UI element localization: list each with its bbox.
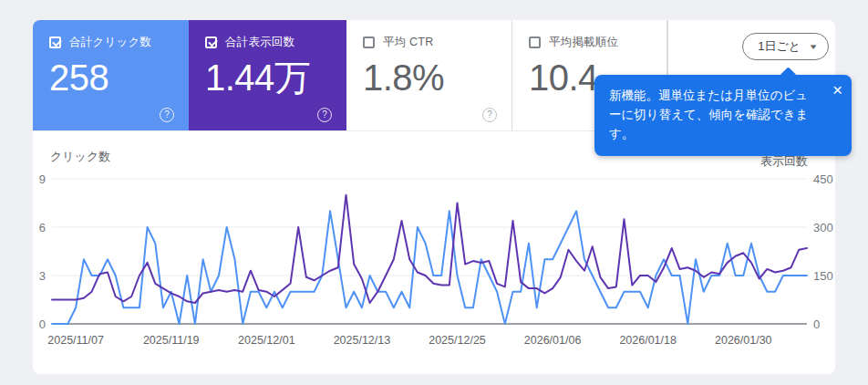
performance-panel: 合計クリック数 258 ? 合計表示回数 1.44万 ? 平均 CTR 1.8%…: [33, 20, 835, 374]
card-value: 1.8%: [346, 50, 512, 96]
impressions-line: [52, 195, 807, 303]
x-axis-date-label: 2025/11/19: [143, 334, 200, 347]
card-total-impressions[interactable]: 合計表示回数 1.44万 ?: [189, 20, 346, 130]
granularity-dropdown[interactable]: 1日ごと ▼: [742, 33, 829, 60]
new-feature-tooltip: 新機能。週単位または月単位のビューに切り替えて、傾向を確認できます。 ×: [594, 75, 852, 156]
card-value: 1.44万: [189, 50, 346, 96]
tooltip-text: 新機能。週単位または月単位のビューに切り替えて、傾向を確認できます。: [609, 88, 809, 140]
chevron-down-icon: ▼: [808, 43, 818, 51]
x-axis-date-label: 2026/01/06: [524, 334, 582, 347]
checkbox-checked-icon[interactable]: [49, 36, 61, 48]
card-label: 平均掲載順位: [549, 35, 618, 50]
right-axis-tick-label: 150: [813, 269, 833, 283]
x-axis-date-label: 2025/12/01: [238, 334, 295, 347]
help-icon[interactable]: ?: [482, 108, 497, 122]
x-axis-date-label: 2026/01/30: [715, 334, 772, 347]
right-axis-tick-label: 300: [813, 221, 833, 234]
x-axis-date-label: 2025/11/07: [47, 334, 104, 347]
checkbox-checked-icon[interactable]: [205, 36, 217, 48]
x-axis-date-label: 2025/12/25: [429, 334, 486, 347]
card-value: 258: [33, 50, 189, 96]
right-axis-tick-label: 0: [813, 317, 820, 331]
granularity-dropdown-value: 1日ごと: [758, 38, 801, 55]
left-axis-tick-label: 0: [39, 317, 46, 331]
left-axis-tick-label: 3: [39, 269, 46, 283]
card-label: 平均 CTR: [383, 35, 433, 50]
help-icon[interactable]: ?: [160, 108, 174, 122]
checkbox-unchecked-icon[interactable]: [363, 36, 375, 48]
left-axis-tick-label: 9: [39, 172, 46, 186]
close-icon[interactable]: ×: [832, 81, 842, 99]
card-average-ctr[interactable]: 平均 CTR 1.8% ?: [346, 20, 512, 130]
right-axis-tick-label: 450: [813, 172, 833, 186]
help-icon[interactable]: ?: [317, 108, 332, 122]
checkbox-unchecked-icon[interactable]: [529, 36, 541, 48]
x-axis-date-label: 2026/01/18: [619, 334, 677, 347]
card-label: 合計表示回数: [225, 35, 294, 50]
card-total-clicks[interactable]: 合計クリック数 258 ?: [33, 20, 189, 130]
card-label: 合計クリック数: [69, 35, 151, 50]
clicks-line: [52, 211, 807, 324]
left-axis-tick-label: 6: [39, 221, 46, 234]
x-axis-date-label: 2025/12/13: [334, 334, 391, 347]
search-console-performance-page: { "cards": [ {"label": "合計クリック数", "value…: [0, 0, 868, 385]
performance-chart[interactable]: 003150630094502025/11/072025/11/192025/1…: [33, 146, 835, 369]
